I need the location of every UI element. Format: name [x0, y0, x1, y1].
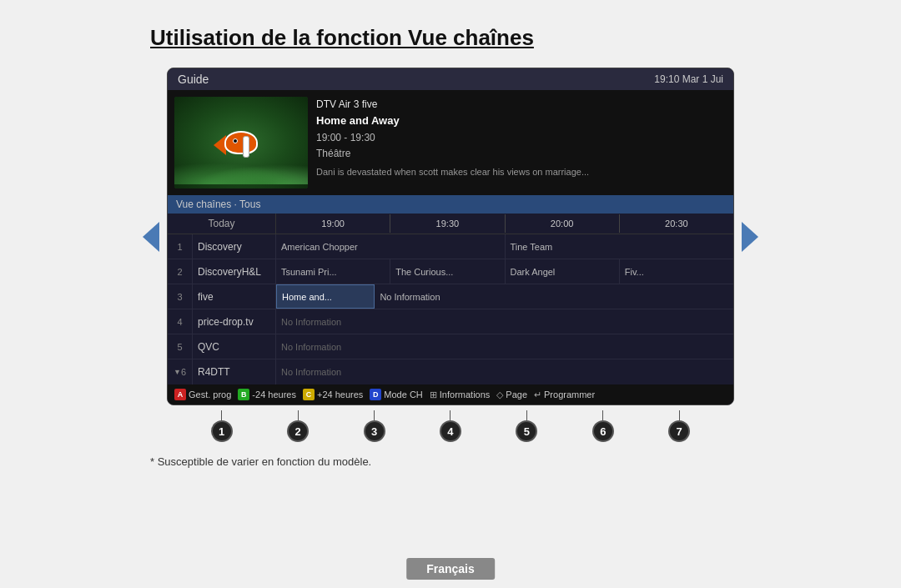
gest-prog-label: Gest. prog — [189, 389, 231, 400]
channel-name: Discovery — [193, 234, 276, 259]
yellow-button-icon: C — [303, 389, 315, 400]
program-cell-highlighted[interactable]: Home and... — [276, 284, 375, 309]
fish-eye — [233, 138, 238, 143]
channel-programs: No Information — [276, 359, 733, 384]
preview-time: 19:00 - 19:30 — [316, 130, 727, 146]
channel-name: DiscoveryH&L — [193, 259, 276, 284]
callout-number: 7 — [668, 420, 690, 442]
info-icon: ⊞ — [430, 389, 437, 400]
footnote: * Susceptible de varier en fonction du m… — [150, 455, 371, 468]
btn-minus24h[interactable]: B -24 heures — [238, 389, 296, 400]
program-cell[interactable]: Tsunami Pri... — [276, 259, 390, 284]
time-slot-3: 20:00 — [506, 214, 620, 233]
right-nav-arrow[interactable] — [737, 212, 763, 262]
time-slot-1: 19:00 — [276, 214, 390, 233]
plus24h-label: +24 heures — [317, 389, 363, 400]
program-cell[interactable]: Fiv... — [620, 259, 733, 284]
btn-gest-prog[interactable]: A Gest. prog — [174, 389, 231, 400]
time-header: Today 19:00 19:30 20:00 20:30 — [168, 214, 733, 234]
callout-line — [374, 410, 375, 420]
callout-item: 1 — [211, 410, 233, 442]
program-cell[interactable]: Dark Angel — [506, 259, 620, 284]
callout-line — [221, 410, 222, 420]
channel-name: price-drop.tv — [193, 309, 276, 334]
program-cell[interactable]: No Information — [375, 284, 733, 309]
left-nav-arrow[interactable] — [138, 212, 164, 262]
anemone — [174, 159, 308, 184]
channel-number: 1 — [168, 234, 193, 259]
btn-informations[interactable]: ⊞ Informations — [430, 389, 491, 400]
channel-programs: American Chopper Tine Team — [276, 234, 733, 259]
callout-item: 4 — [440, 410, 461, 442]
btn-page[interactable]: ◇ Page — [496, 389, 527, 400]
page-icon: ◇ — [496, 389, 503, 400]
callout-item: 5 — [516, 410, 537, 442]
preview-show: Home and Away — [316, 113, 727, 130]
no-info-label: No Information — [276, 359, 733, 384]
callout-number: 3 — [364, 420, 385, 442]
main-area: Guide 19:10 Mar 1 Jui — [0, 68, 901, 405]
left-arrow-icon — [143, 222, 159, 252]
no-info-label: No Information — [276, 334, 733, 359]
btn-mode-ch[interactable]: D Mode CH — [370, 389, 422, 400]
program-cell[interactable]: American Chopper — [276, 234, 506, 259]
table-row[interactable]: 3 five Home and... No Information — [168, 284, 733, 309]
time-slot-2: 19:30 — [390, 214, 505, 233]
clownfish — [220, 128, 262, 158]
bottom-bar: A Gest. prog B -24 heures C +24 heures D… — [168, 384, 733, 405]
table-row[interactable]: 5 QVC No Information — [168, 334, 733, 359]
program-cell[interactable]: Tine Team — [506, 234, 734, 259]
table-row[interactable]: 2 DiscoveryH&L Tsunami Pri... The Curiou… — [168, 259, 733, 284]
channel-name: QVC — [193, 334, 276, 359]
callout-item: 2 — [287, 410, 309, 442]
callout-item: 3 — [364, 410, 385, 442]
channel-programs: No Information — [276, 334, 733, 359]
right-arrow-icon — [742, 222, 758, 252]
preview-area: DTV Air 3 five Home and Away 19:00 - 19:… — [168, 90, 733, 195]
preview-info: DTV Air 3 five Home and Away 19:00 - 19:… — [316, 97, 727, 188]
callout-item: 6 — [592, 410, 614, 442]
callout-number: 2 — [287, 420, 309, 442]
channel-name: five — [193, 284, 276, 309]
today-label: Today — [168, 214, 276, 234]
callout-line — [602, 410, 603, 420]
programmer-icon: ↵ — [534, 389, 541, 400]
informations-label: Informations — [440, 389, 491, 400]
vue-bar: Vue chaînes · Tous — [168, 195, 733, 214]
page-container: Utilisation de la fonction Vue chaînes G… — [0, 0, 901, 588]
table-row[interactable]: 1 Discovery American Chopper Tine Team — [168, 234, 733, 259]
preview-thumbnail — [174, 97, 308, 188]
guide-box: Guide 19:10 Mar 1 Jui — [167, 68, 734, 405]
language-tab[interactable]: Français — [406, 558, 495, 580]
fish-stripe — [243, 136, 249, 158]
mode-ch-label: Mode CH — [384, 389, 422, 400]
channel-programs: No Information — [276, 309, 733, 334]
preview-genre: Théâtre — [316, 146, 727, 162]
table-row[interactable]: ▼ 6 R4DTT No Information — [168, 359, 733, 384]
channel-programs: Home and... No Information — [276, 284, 733, 309]
time-slot-4: 20:30 — [620, 214, 733, 233]
programmer-label: Programmer — [544, 389, 595, 400]
channel-name: R4DTT — [193, 359, 276, 384]
table-row[interactable]: 4 price-drop.tv No Information — [168, 309, 733, 334]
btn-programmer[interactable]: ↵ Programmer — [534, 389, 595, 400]
channel-programs: Tsunami Pri... The Curious... Dark Angel… — [276, 259, 733, 284]
btn-plus24h[interactable]: C +24 heures — [303, 389, 363, 400]
channel-number: 2 — [168, 259, 193, 284]
channel-number: 5 — [168, 334, 193, 359]
callout-number: 1 — [211, 420, 233, 442]
green-button-icon: B — [238, 389, 249, 400]
page-title: Utilisation de la fonction Vue chaînes — [150, 25, 534, 51]
guide-title: Guide — [178, 73, 209, 86]
callout-number: 6 — [592, 420, 614, 442]
page-label: Page — [506, 389, 527, 400]
program-rows: 1 Discovery American Chopper Tine Team 2… — [168, 234, 733, 384]
no-info-label: No Information — [276, 309, 733, 334]
red-button-icon: A — [174, 389, 186, 400]
program-cell[interactable]: The Curious... — [390, 259, 505, 284]
callout-line — [526, 410, 527, 420]
guide-header: Guide 19:10 Mar 1 Jui — [168, 68, 733, 90]
callout-line — [679, 410, 680, 420]
fish-scene — [174, 97, 308, 188]
blue-button-icon: D — [370, 389, 381, 400]
